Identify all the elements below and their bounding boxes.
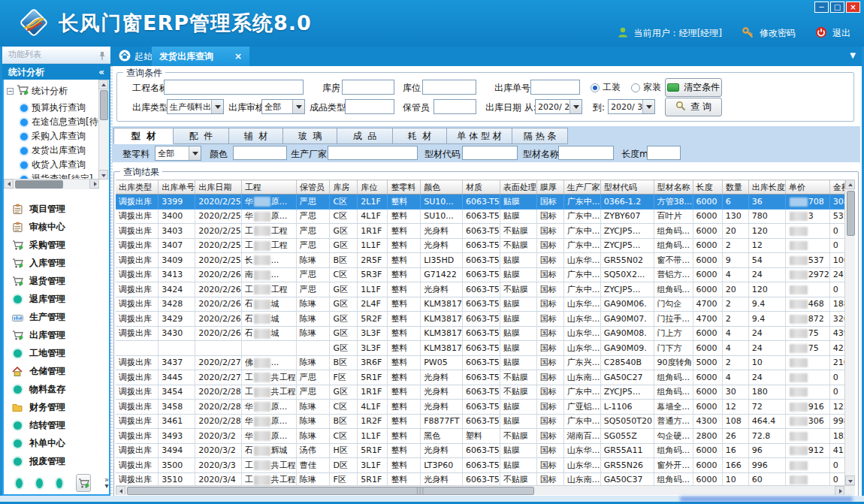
- date-from-dropdown[interactable]: 2020/ 2/16: [535, 99, 582, 114]
- tree-item[interactable]: 发货出库查询: [20, 143, 98, 158]
- chevron-down-icon[interactable]: [292, 100, 304, 113]
- material-tab-单体型材[interactable]: 单 体 型 材: [447, 128, 512, 144]
- material-tab-玻璃[interactable]: 玻 璃: [283, 128, 337, 144]
- column-header-颜色[interactable]: 颜色: [421, 180, 463, 195]
- column-header-出库单号[interactable]: 出库单号: [159, 180, 195, 195]
- chevron-down-icon[interactable]: [211, 100, 223, 113]
- product-type-input[interactable]: [345, 99, 394, 114]
- column-header-型材代码[interactable]: 型材代码: [600, 180, 654, 195]
- sidebar-group-财务管理[interactable]: 财务管理: [4, 398, 109, 416]
- material-tab-隔热条[interactable]: 隔 热 条: [512, 128, 568, 144]
- table-row[interactable]: 调拨出库34452020/2/27工共工程严思F区5R1F整料光身料6063-T…: [116, 370, 855, 385]
- material-tab-耗材[interactable]: 耗 材: [393, 128, 447, 144]
- table-row[interactable]: G区3L3F整料KLM38176063-T5贴膜国标山东华...GA90M09.…: [116, 341, 855, 356]
- tree-item[interactable]: 在途信息查询[待: [20, 115, 98, 129]
- radio-jiazhuang[interactable]: 家装: [631, 81, 661, 94]
- order-no-input[interactable]: [530, 80, 580, 95]
- column-header-长度[interactable]: 长度: [693, 180, 722, 195]
- tab-shipping-outbound-query[interactable]: 发货出库查询 ×: [152, 47, 249, 66]
- column-header-出库日期[interactable]: 出库日期: [195, 180, 241, 195]
- green-circle-icon[interactable]: [36, 478, 43, 488]
- sidebar-group-生产管理[interactable]: 生产管理: [4, 308, 109, 326]
- column-header-材质[interactable]: 材质: [463, 180, 500, 195]
- sidebar-section-header[interactable]: 统计分析 «: [2, 64, 110, 80]
- tree-vertical-scrollbar[interactable]: [98, 80, 109, 180]
- table-row[interactable]: 调拨出库34032020/2/25工工程严思G区1R1F整料光身料6063-T5…: [116, 224, 855, 239]
- horizontal-scrollbar[interactable]: |||: [116, 485, 855, 495]
- column-header-工程[interactable]: 工程: [241, 180, 296, 195]
- profile-code-input[interactable]: [462, 146, 518, 160]
- material-tab-辅材[interactable]: 辅 材: [229, 128, 283, 144]
- table-row[interactable]: 调拨出库34002020/2/25华原...严思C区4L1F整料SU10...6…: [116, 209, 855, 224]
- green-circle-icon[interactable]: [56, 478, 63, 488]
- sidebar-group-工地管理[interactable]: 工地管理: [4, 344, 109, 362]
- sidebar-group-审核中心[interactable]: 审核中心: [4, 218, 109, 236]
- table-row[interactable]: 调拨出库34372020/2/27佛...陈琳B区3R6F整料PW056063-…: [116, 355, 855, 370]
- length-input[interactable]: [647, 146, 681, 160]
- sidebar-group-退货管理[interactable]: 退货管理: [4, 272, 109, 290]
- minimize-button[interactable]: ─: [814, 2, 829, 13]
- profile-name-input[interactable]: [558, 146, 614, 160]
- chevron-down-icon[interactable]: [189, 146, 201, 160]
- table-row[interactable]: 调拨出库34942020/3/2石辉城汤伟H区5R1F整料光身料6063-T5贴…: [116, 443, 855, 458]
- sidebar-group-入库管理[interactable]: 入库管理: [4, 254, 109, 272]
- audit-dropdown[interactable]: 全部: [261, 99, 305, 114]
- tab-close-icon[interactable]: ×: [234, 51, 242, 62]
- sidebar-group-出库管理[interactable]: 出库管理: [4, 326, 109, 344]
- radio-gongzhuang[interactable]: 工装: [591, 81, 621, 94]
- location-input[interactable]: [422, 80, 476, 95]
- sidebar-group-物料盘存[interactable]: 物料盘存: [4, 380, 109, 398]
- material-tab-型材[interactable]: 型 材: [113, 128, 174, 144]
- material-tab-成品[interactable]: 成 品: [337, 128, 393, 144]
- tree-item[interactable]: 预算执行查询: [20, 101, 98, 115]
- sidebar-group-补单中心[interactable]: 补单中心: [4, 434, 109, 452]
- column-header-生产厂家[interactable]: 生产厂家: [563, 180, 600, 195]
- collapse-icon[interactable]: «: [98, 64, 104, 80]
- date-to-dropdown[interactable]: 2020/ 3/16: [608, 99, 655, 114]
- close-button[interactable]: ×: [846, 2, 860, 13]
- column-header-单价[interactable]: 单价: [785, 180, 829, 195]
- material-tab-配件[interactable]: 配 件: [174, 128, 229, 144]
- table-row[interactable]: 调拨出库35002020/3/3工共工程曹佳D区3L1F整料LT3P606063…: [116, 458, 855, 473]
- table-row[interactable]: 调拨出库34282020/2/26石城陈琳G区2L4F整料KLM38176063…: [116, 297, 855, 312]
- chevron-down-icon[interactable]: [569, 100, 582, 113]
- column-header-数量[interactable]: 数量: [722, 180, 748, 195]
- table-row[interactable]: 调拨出库34072020/2/25工工程严思G区1L1F整料光身料6063-T5…: [116, 238, 855, 253]
- tree-horizontal-scrollbar[interactable]: [4, 179, 99, 189]
- sidebar-group-退库管理[interactable]: 退库管理: [4, 290, 109, 308]
- column-header-表面处理[interactable]: 表面处理: [500, 180, 536, 195]
- chevron-down-icon[interactable]: [642, 100, 654, 113]
- search-button[interactable]: 查 询: [665, 98, 722, 116]
- whole-part-dropdown[interactable]: 全部: [155, 146, 201, 161]
- sidebar-group-项目管理[interactable]: 项目管理: [4, 200, 109, 218]
- green-circle-icon[interactable]: [16, 478, 23, 488]
- table-row[interactable]: 调拨出库34302020/2/26石城陈琳G区3L3F整料KLM38176063…: [116, 326, 855, 341]
- column-header-库位[interactable]: 库位: [358, 180, 388, 195]
- table-row[interactable]: 调拨出库34242020/2/26工工程严思G区1L1F整料光身料6063-T5…: [116, 282, 855, 297]
- vertical-scrollbar[interactable]: [844, 180, 855, 485]
- out-type-dropdown[interactable]: 生产领料出库: [167, 99, 224, 114]
- logout-link[interactable]: 退出: [832, 27, 850, 40]
- sidebar-group-采购管理[interactable]: 采购管理: [4, 236, 109, 254]
- column-header-出库长度[interactable]: 出库长度: [748, 180, 785, 195]
- column-header-出库类型[interactable]: 出库类型: [116, 180, 159, 195]
- table-row[interactable]: 调拨出库34132020/2/26南...严思C区5R3F整料G71422606…: [116, 267, 855, 282]
- cart-button[interactable]: [76, 474, 91, 492]
- table-row[interactable]: 调拨出库34932020/3/2华原...陈琳C区1L1F整料黑色塑料不贴膜国标…: [116, 429, 855, 444]
- more-chevron-icon[interactable]: »▾: [104, 477, 109, 489]
- sidebar-group-仓储管理[interactable]: 仓储管理: [4, 362, 109, 380]
- keeper-input[interactable]: [434, 99, 476, 114]
- table-row[interactable]: 调拨出库34612020/2/28华原...陈琳B区1R2F整料F8877FT6…: [116, 414, 855, 429]
- manufacturer-input[interactable]: [328, 146, 418, 160]
- tree-expander-icon[interactable]: −: [7, 88, 14, 95]
- table-row[interactable]: 调拨出库34292020/2/26石城陈琳G区5R2F整料KLM38176063…: [116, 312, 855, 327]
- tree-item[interactable]: 采购入库查询: [20, 129, 98, 143]
- warehouse-input[interactable]: [342, 80, 394, 95]
- maximize-button[interactable]: □: [830, 2, 844, 13]
- column-header-保管员[interactable]: 保管员: [296, 180, 330, 195]
- sidebar-group-结转管理[interactable]: 结转管理: [4, 416, 109, 434]
- tab-list-dropdown-icon[interactable]: ▼: [850, 51, 856, 59]
- tree-root[interactable]: − 统计分析: [7, 84, 68, 98]
- sidebar-group-报废管理[interactable]: 报废管理: [4, 452, 109, 470]
- column-header-库房[interactable]: 库房: [330, 180, 358, 195]
